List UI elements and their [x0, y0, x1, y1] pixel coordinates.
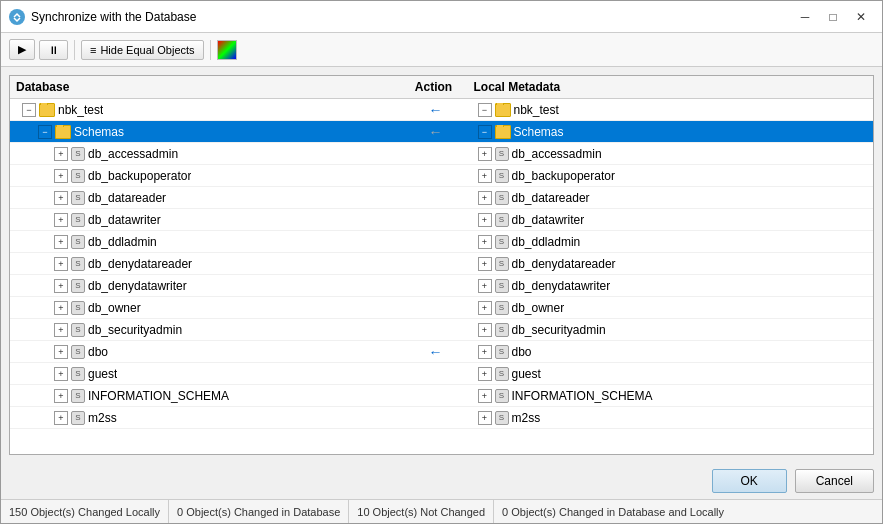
table-row[interactable]: + S db_accessadmin + S db_accessadmin [10, 143, 873, 165]
schema-icon: S [71, 257, 85, 271]
item-label-r: db_datareader [512, 191, 590, 205]
maximize-button[interactable]: □ [820, 7, 846, 27]
sync-body[interactable]: − nbk_test ← − nbk_test [10, 99, 873, 454]
toolbar-btn-1[interactable]: ▶ [9, 39, 35, 60]
expand-btn[interactable]: + [54, 191, 68, 205]
expand-btn[interactable]: + [54, 257, 68, 271]
expand-btn[interactable]: + [54, 367, 68, 381]
expand-btn-r[interactable]: + [478, 257, 492, 271]
schema-icon: S [71, 301, 85, 315]
status-seg-4: 0 Object(s) Changed in Database and Loca… [494, 500, 732, 523]
schema-icon: S [71, 213, 85, 227]
schemas-folder-icon-right [495, 125, 511, 139]
collapse-schemas-btn[interactable]: − [38, 125, 52, 139]
table-row[interactable]: + S db_backupoperator + S db_backupopera… [10, 165, 873, 187]
table-row[interactable]: + S db_denydatawriter + S db_denydatawri… [10, 275, 873, 297]
schema-icon: S [71, 147, 85, 161]
color-button[interactable] [217, 40, 237, 60]
schema-icon-r: S [495, 411, 509, 425]
expand-btn-r[interactable]: + [478, 301, 492, 315]
toolbar-icon-1: ▶ [18, 43, 26, 56]
expand-btn-r[interactable]: + [478, 345, 492, 359]
schema-icon-r: S [495, 389, 509, 403]
schema-icon: S [71, 367, 85, 381]
expand-btn-r[interactable]: + [478, 235, 492, 249]
expand-btn-r[interactable]: + [478, 147, 492, 161]
right-cell: + S db_denydatareader [474, 257, 854, 271]
item-label: m2ss [88, 411, 117, 425]
hide-equal-icon: ≡ [90, 44, 96, 56]
expand-btn[interactable]: + [54, 169, 68, 183]
schema-icon: S [71, 191, 85, 205]
expand-btn[interactable]: + [54, 147, 68, 161]
schema-icon-r: S [495, 235, 509, 249]
schemas-action-arrow: ← [429, 124, 443, 140]
expand-btn-r[interactable]: + [478, 191, 492, 205]
right-cell: + S guest [474, 367, 854, 381]
table-row[interactable]: + S guest + S guest [10, 363, 873, 385]
toolbar-btn-2[interactable]: ⏸ [39, 40, 68, 60]
item-label: INFORMATION_SCHEMA [88, 389, 229, 403]
expand-btn[interactable]: + [54, 345, 68, 359]
expand-btn[interactable]: + [54, 389, 68, 403]
item-label: db_datawriter [88, 213, 161, 227]
close-button[interactable]: ✕ [848, 7, 874, 27]
item-label-r: db_owner [512, 301, 565, 315]
schema-icon-r: S [495, 169, 509, 183]
sync-panel: Database Action Local Metadata − nbk_tes… [9, 75, 874, 455]
schema-icon-r: S [495, 301, 509, 315]
cancel-button[interactable]: Cancel [795, 469, 874, 493]
expand-btn-r[interactable]: + [478, 169, 492, 183]
expand-btn[interactable]: + [54, 213, 68, 227]
collapse-btn[interactable]: − [22, 103, 36, 117]
table-row[interactable]: + S db_owner + S db_owner [10, 297, 873, 319]
table-row[interactable]: + S m2ss + S m2ss [10, 407, 873, 429]
schemas-folder-icon [55, 125, 71, 139]
left-cell: + S m2ss [14, 411, 394, 425]
left-cell: + S db_backupoperator [14, 169, 394, 183]
schema-icon-r: S [495, 213, 509, 227]
expand-btn-r[interactable]: + [478, 389, 492, 403]
expand-btn[interactable]: + [54, 279, 68, 293]
expand-btn[interactable]: + [54, 301, 68, 315]
table-row[interactable]: + S db_datawriter + S db_datawriter [10, 209, 873, 231]
item-label: db_denydatawriter [88, 279, 187, 293]
toolbar-icon-2: ⏸ [48, 44, 59, 56]
item-label: guest [88, 367, 117, 381]
item-label-r: db_denydatawriter [512, 279, 611, 293]
local-meta-col-header: Local Metadata [474, 80, 852, 94]
table-row[interactable]: + S dbo ← + S dbo [10, 341, 873, 363]
left-cell: + S dbo [14, 345, 394, 359]
collapse-btn-right[interactable]: − [478, 103, 492, 117]
left-cell: + S db_datawriter [14, 213, 394, 227]
ok-button[interactable]: OK [712, 469, 787, 493]
expand-btn[interactable]: + [54, 235, 68, 249]
action-cell: ← [394, 102, 474, 118]
table-row[interactable]: + S db_securityadmin + S db_securityadmi… [10, 319, 873, 341]
schema-icon: S [71, 169, 85, 183]
table-row[interactable]: + S db_denydatareader + S db_denydatarea… [10, 253, 873, 275]
table-row[interactable]: + S db_datareader + S db_datareader [10, 187, 873, 209]
expand-btn-r[interactable]: + [478, 411, 492, 425]
expand-btn-r[interactable]: + [478, 367, 492, 381]
item-label-r: db_securityadmin [512, 323, 606, 337]
status-bar: 150 Object(s) Changed Locally 0 Object(s… [1, 499, 882, 523]
table-row[interactable]: − nbk_test ← − nbk_test [10, 99, 873, 121]
left-cell: + S db_owner [14, 301, 394, 315]
schema-icon: S [71, 345, 85, 359]
expand-btn-r[interactable]: + [478, 323, 492, 337]
expand-btn[interactable]: + [54, 323, 68, 337]
schema-icon-r: S [495, 257, 509, 271]
table-row[interactable]: + S INFORMATION_SCHEMA + S INFORMATION_S… [10, 385, 873, 407]
right-cell: + S db_ddladmin [474, 235, 854, 249]
collapse-schemas-btn-right[interactable]: − [478, 125, 492, 139]
minimize-button[interactable]: ─ [792, 7, 818, 27]
expand-btn[interactable]: + [54, 411, 68, 425]
hide-equal-button[interactable]: ≡ Hide Equal Objects [81, 40, 204, 60]
expand-btn-r[interactable]: + [478, 213, 492, 227]
table-row[interactable]: + S db_ddladmin + S db_ddladmin [10, 231, 873, 253]
table-row[interactable]: − Schemas ← − Schemas [10, 121, 873, 143]
action-arrow: ← [429, 344, 443, 360]
item-label-r: dbo [512, 345, 532, 359]
expand-btn-r[interactable]: + [478, 279, 492, 293]
